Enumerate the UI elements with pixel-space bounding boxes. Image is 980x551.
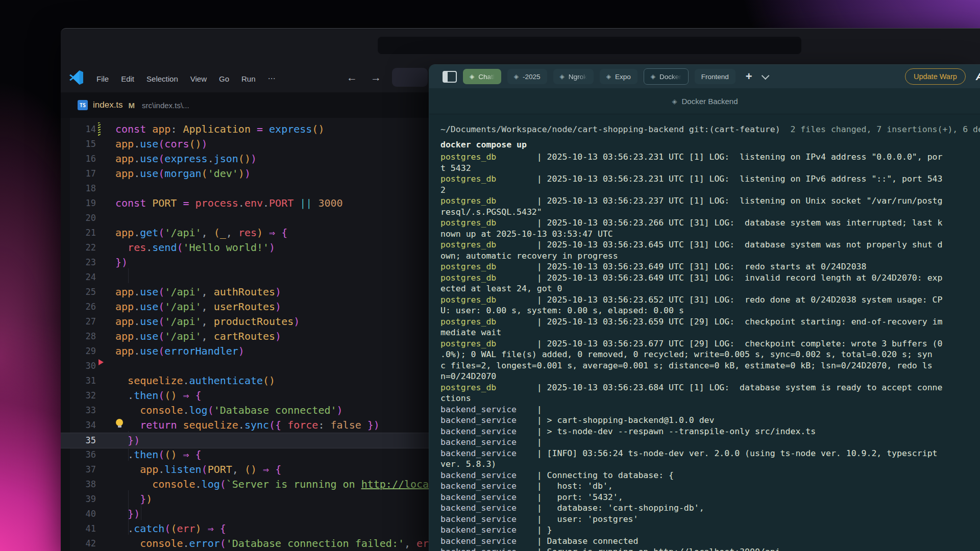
log-message: ver. 5.8.3) (440, 459, 496, 469)
terminal-log-line: postgres_db | 2025-10-13 03:56:23.266 UT… (440, 217, 980, 229)
code-text: app.use('/api', authRoutes) (115, 285, 281, 299)
log-message: t 5432 (440, 163, 471, 173)
terminal-log-line: backend_service | > cart-shopping-backen… (440, 415, 980, 426)
line-number: 42 (70, 536, 96, 551)
log-message: | 2025-10-13 03:56:23.266 UTC [31] LOG: … (537, 218, 943, 228)
log-message: | 2025-10-13 03:56:23.231 UTC [1] LOG: l… (537, 174, 943, 184)
new-tab-button[interactable]: + (746, 70, 752, 83)
toolbar-pill-button[interactable] (392, 68, 428, 87)
code-text: console.log('Database connected') (115, 403, 343, 418)
command-center-searchbox[interactable] (378, 37, 801, 54)
terminal-content[interactable]: ~/Documents/Workspace/node/cart-shopping… (440, 114, 980, 551)
terminal-log-line: backend_service | port: '5432', (440, 492, 980, 503)
terminal-log-line: postgres_db | 2025-10-13 03:56:23.684 UT… (440, 382, 980, 393)
diamond-icon: ◈ (651, 73, 655, 80)
code-text: app.use(errorHandler) (115, 344, 244, 359)
service-name-prefix: postgres_db (440, 317, 537, 327)
terminal-log-line: resql/.s.PGSQL.5432" (440, 207, 980, 218)
terminal-tab-expo[interactable]: ◈Expo (600, 69, 638, 84)
terminal-tab-bar: ◈Chatl◈-2025◈Ngrok◈Expo◈DockerFrontend +… (429, 65, 980, 88)
sidebar-toggle-icon[interactable] (443, 71, 457, 83)
service-name-prefix: postgres_db (440, 383, 537, 392)
menubar: FileEditSelectionViewGoRun⋯ (90, 71, 282, 86)
terminal-log-line: backend_service | Database connected (440, 536, 980, 547)
log-message: | 2025-10-13 03:56:23.645 UTC [31] LOG: … (537, 240, 943, 249)
terminal-log-line: .0%); 0 WAL file(s) added, 0 removed, 0 … (440, 349, 980, 360)
terminal-tab-frontend[interactable]: Frontend (695, 69, 736, 84)
service-name-prefix: postgres_db (440, 196, 537, 206)
nav-arrows: ← → (347, 71, 381, 84)
code-text: .catch((err) ⇒ { (115, 521, 226, 536)
menu-item-file[interactable]: File (90, 72, 115, 85)
log-message: c files=2, longest=0.001 s, average=0.00… (440, 361, 933, 370)
log-message: | Server is running on http://localhost:… (537, 547, 780, 551)
log-message: own; automatic recovery in progress (440, 251, 618, 261)
update-warp-button[interactable]: Update Warp (905, 68, 966, 85)
line-number: 41 (70, 521, 96, 536)
service-name-prefix: backend_service (440, 492, 537, 502)
menu-item-selection[interactable]: Selection (140, 72, 184, 85)
line-number: 21 (70, 226, 96, 240)
line-number: 30 (70, 359, 96, 373)
log-message: | 2025-10-13 03:56:23.231 UTC [1] LOG: l… (537, 152, 943, 162)
log-message: nown up at 2025-10-13 03:53:47 UTC (440, 229, 613, 239)
menu-item-[interactable]: ⋯ (262, 72, 282, 85)
service-name-prefix: backend_service (440, 437, 537, 447)
lightbulb-icon[interactable] (116, 419, 123, 426)
line-number: 20 (70, 211, 96, 226)
log-message: ected at least 24, got 0 (440, 284, 562, 293)
warp-logo-icon[interactable]: A (976, 70, 980, 83)
terminal-tab-chatl[interactable]: ◈Chatl (463, 69, 501, 84)
service-name-prefix: backend_service (440, 525, 537, 535)
log-message: | 2025-10-13 03:56:23.677 UTC [29] LOG: … (537, 339, 943, 348)
line-number: 26 (70, 299, 96, 314)
line-number: 16 (70, 152, 96, 166)
code-text: return sequelize.sync({ force: false }) (115, 418, 380, 433)
terminal-log-line: postgres_db | 2025-10-13 03:56:23.677 UT… (440, 338, 980, 349)
code-text: res.send('Hello world!') (115, 240, 275, 255)
editor-tab-filename[interactable]: index.ts (93, 100, 123, 110)
line-number: 29 (70, 344, 96, 359)
terminal-tab-docker[interactable]: ◈Docker (644, 68, 689, 85)
back-arrow-icon[interactable]: ← (347, 71, 357, 84)
gutter-arrow-marker[interactable] (99, 359, 104, 365)
line-number: 32 (70, 388, 96, 403)
log-message: | 2025-10-13 03:56:23.649 UTC [31] LOG: … (537, 262, 867, 271)
service-name-prefix: postgres_db (440, 218, 537, 228)
log-message: | host: 'db', (537, 481, 613, 491)
line-number: 38 (70, 477, 96, 492)
code-text: app.use(express.json()) (115, 152, 257, 166)
code-text: const PORT = process.env.PORT || 3000 (115, 196, 343, 211)
terminal-tab-2025[interactable]: ◈-2025 (507, 69, 547, 84)
service-name-prefix: postgres_db (440, 273, 537, 283)
menu-item-edit[interactable]: Edit (115, 72, 140, 85)
line-number: 27 (70, 314, 96, 329)
terminal-tab-label: Ngrok (569, 73, 587, 81)
terminal-log-line: 2 (440, 185, 980, 196)
terminal-log-line: backend_service | database: 'cart-shoppi… (440, 503, 980, 514)
chevron-down-icon[interactable] (762, 71, 770, 80)
terminal-title: Docker Backend (681, 97, 738, 106)
service-name-prefix: postgres_db (440, 152, 537, 162)
terminal-tab-ngrok[interactable]: ◈Ngrok (553, 69, 594, 84)
forward-arrow-icon[interactable]: → (371, 71, 381, 84)
terminal-log-line: backend_service | (440, 437, 980, 448)
service-name-prefix: postgres_db (440, 262, 537, 271)
code-text: }) (115, 255, 128, 270)
desktop-wallpaper: { "vscode": { "menu": ["File", "Edit", "… (0, 0, 980, 551)
log-message: | Connecting to database: { (537, 470, 674, 480)
menu-item-go[interactable]: Go (213, 72, 235, 85)
terminal-log-line: postgres_db | 2025-10-13 03:56:23.231 UT… (440, 152, 980, 163)
service-name-prefix: backend_service (440, 514, 537, 524)
terminal-log-line: backend_service | host: 'db', (440, 481, 980, 492)
menu-item-view[interactable]: View (184, 72, 213, 85)
line-number: 31 (70, 373, 96, 388)
log-message: | (537, 437, 542, 447)
menu-item-run[interactable]: Run (235, 72, 262, 85)
terminal-log-line: own; automatic recovery in progress (440, 251, 980, 262)
indent-guide (141, 505, 141, 520)
terminal-log-line: backend_service | user: 'postgres' (440, 514, 980, 525)
code-text: app.use(morgan('dev')) (115, 166, 251, 181)
breadcrumb[interactable]: src\index.ts\... (142, 101, 189, 110)
terminal-tab-label: Expo (615, 73, 631, 81)
